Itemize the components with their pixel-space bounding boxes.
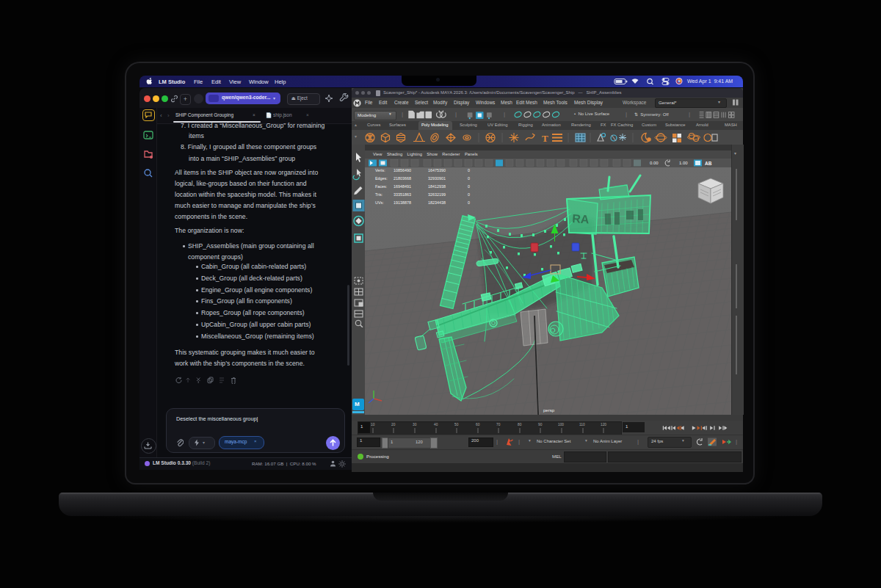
svg-text:T: T — [542, 133, 548, 144]
svg-text:18412938: 18412938 — [428, 184, 446, 189]
svg-text:AB: AB — [705, 161, 712, 166]
svg-text:40: 40 — [434, 423, 438, 427]
svg-text:10: 10 — [371, 423, 375, 427]
svg-text:33351863: 33351863 — [394, 192, 411, 197]
svg-text:10856490: 10856490 — [394, 168, 411, 173]
svg-text:80: 80 — [518, 423, 522, 427]
svg-text:Faces:: Faces: — [375, 184, 387, 189]
svg-text:110: 110 — [579, 423, 585, 427]
svg-text:16948491: 16948491 — [394, 184, 411, 189]
svg-text:50: 50 — [454, 423, 459, 427]
svg-text:70: 70 — [496, 423, 501, 427]
svg-text:32632199: 32632199 — [428, 192, 446, 197]
svg-text:Tris:: Tris: — [375, 192, 383, 197]
svg-text:19138878: 19138878 — [394, 200, 411, 205]
svg-text:100: 100 — [558, 423, 564, 427]
svg-text:UVs:: UVs: — [375, 200, 384, 205]
svg-text:0: 0 — [468, 192, 470, 197]
svg-text:21803668: 21803668 — [394, 176, 411, 181]
svg-text:1.00: 1.00 — [679, 161, 688, 165]
svg-text:0.00: 0.00 — [650, 161, 659, 165]
svg-text:20: 20 — [391, 423, 396, 427]
svg-text:0: 0 — [468, 168, 470, 173]
svg-text:0: 0 — [468, 176, 470, 181]
svg-text:120: 120 — [601, 423, 606, 427]
svg-text:Verts:: Verts: — [375, 168, 385, 173]
svg-text:60: 60 — [476, 423, 480, 427]
svg-text:RA: RA — [572, 212, 590, 226]
svg-text:0: 0 — [468, 200, 470, 205]
svg-text:30: 30 — [413, 423, 417, 427]
svg-text:90: 90 — [538, 423, 543, 427]
svg-text:32930901: 32930901 — [428, 176, 446, 181]
svg-text:0: 0 — [468, 184, 470, 189]
svg-text:16475390: 16475390 — [428, 168, 446, 173]
svg-text:persp: persp — [543, 408, 555, 413]
svg-text:Edges:: Edges: — [375, 176, 388, 181]
svg-text:18234438: 18234438 — [428, 200, 446, 205]
